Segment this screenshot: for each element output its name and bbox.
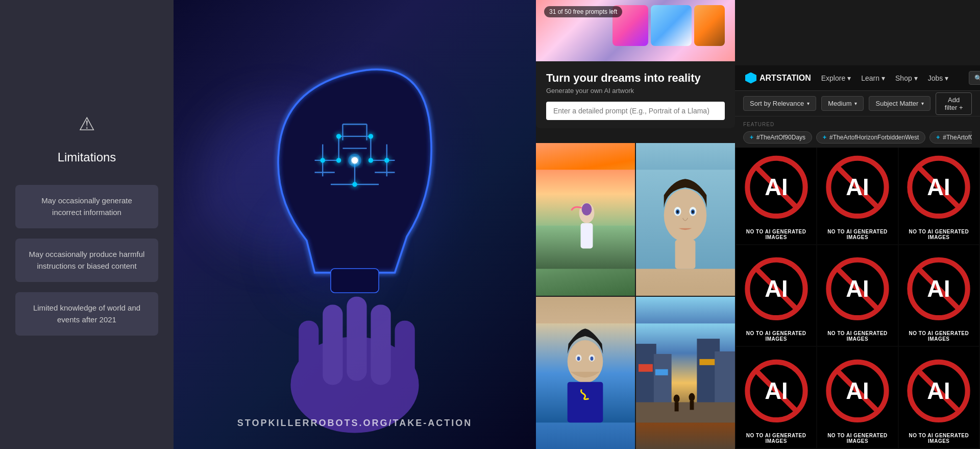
- no-ai-cell-4[interactable]: AI NO TO AI GENERATED IMAGES: [736, 245, 816, 346]
- nav-item-shop[interactable]: Shop ▾: [895, 74, 918, 82]
- ai-generator-banner: 31 of 50 free prompts left Turn your dre…: [536, 0, 735, 128]
- featured-tags: + #TheArtOf90Days + #TheArtofHorizonForb…: [743, 131, 972, 144]
- featured-tag-3[interactable]: + #TheArtofCyberp: [929, 131, 972, 144]
- nav-item-learn[interactable]: Learn ▾: [861, 74, 885, 82]
- svg-text:AI: AI: [927, 174, 950, 200]
- svg-rect-64: [675, 402, 679, 411]
- no-ai-label: NO TO AI GENERATED IMAGES: [736, 229, 816, 240]
- sort-by-button[interactable]: Sort by Relevance ▾: [743, 96, 816, 111]
- add-filter-button[interactable]: Add filter +: [936, 92, 972, 115]
- svg-point-45: [692, 210, 694, 213]
- svg-rect-46: [675, 240, 696, 269]
- prompt-input[interactable]: [546, 102, 725, 120]
- artstation-logo[interactable]: ARTSTATION: [745, 73, 811, 84]
- chevron-down-icon: ▾: [921, 101, 924, 106]
- no-ai-cell-9[interactable]: AI NO TO AI GENERATED IMAGES: [899, 347, 979, 448]
- no-ai-label: NO TO AI GENERATED IMAGES: [817, 229, 897, 240]
- svg-point-26: [352, 182, 357, 186]
- warning-icon: ⚠: [79, 113, 95, 135]
- subject-matter-button[interactable]: Subject Matter ▾: [869, 96, 930, 111]
- nav-item-jobs[interactable]: Jobs ▾: [928, 74, 949, 82]
- middle-panel: STOPKILLERROBOTS.ORG/TAKE-ACTION: [174, 0, 536, 449]
- svg-point-65: [689, 393, 695, 401]
- svg-text:AI: AI: [927, 276, 950, 302]
- featured-tag-2[interactable]: + #TheArtofHorizonForbiddenWest: [816, 131, 925, 144]
- svg-point-31: [352, 157, 358, 164]
- svg-point-63: [674, 394, 680, 403]
- nav-jobs-label: Jobs: [928, 74, 943, 82]
- featured-label: FEATURED: [743, 122, 972, 127]
- left-panel: ⚠ Limitations May occasionally generate …: [0, 0, 174, 449]
- brain-background: [174, 0, 536, 449]
- svg-rect-53: [568, 382, 603, 422]
- nav-item-explore[interactable]: Explore ▾: [821, 74, 851, 82]
- plus-icon: +: [823, 134, 826, 141]
- no-ai-label: NO TO AI GENERATED IMAGES: [817, 433, 897, 444]
- artstation-logo-icon: [745, 73, 756, 84]
- svg-text:AI: AI: [846, 378, 869, 404]
- no-ai-cell-5[interactable]: AI NO TO AI GENERATED IMAGES: [817, 245, 897, 346]
- chevron-down-icon: ▾: [847, 74, 851, 82]
- no-ai-cell-6[interactable]: AI NO TO AI GENERATED IMAGES: [899, 245, 979, 346]
- no-ai-cell-1[interactable]: AI NO TO AI GENERATED IMAGES: [736, 143, 816, 244]
- svg-text:AI: AI: [765, 276, 788, 302]
- chevron-down-icon: ▾: [945, 74, 948, 82]
- svg-rect-6: [395, 321, 414, 389]
- sort-by-label: Sort by Relevance: [750, 100, 804, 107]
- nav-shop-label: Shop: [895, 74, 912, 82]
- subject-matter-label: Subject Matter: [875, 100, 918, 107]
- no-ai-cell-2[interactable]: AI NO TO AI GENERATED IMAGES: [817, 143, 897, 244]
- chevron-down-icon: ▾: [807, 101, 810, 106]
- svg-text:AI: AI: [927, 378, 950, 404]
- nav-explore-label: Explore: [821, 74, 845, 82]
- svg-rect-59: [636, 402, 735, 422]
- no-ai-label: NO TO AI GENERATED IMAGES: [899, 433, 979, 444]
- svg-point-22: [336, 158, 341, 162]
- no-ai-image-grid: AI NO TO AI GENERATED IMAGES AI NO TO AI…: [735, 142, 980, 449]
- banner-title: Turn your dreams into reality: [546, 72, 725, 85]
- svg-rect-32: [331, 269, 379, 293]
- svg-point-27: [321, 158, 325, 162]
- svg-rect-5: [371, 304, 390, 385]
- artstation-panel: 31 of 50 free prompts left Turn your dre…: [536, 0, 980, 449]
- no-ai-label: NO TO AI GENERATED IMAGES: [899, 330, 979, 342]
- limitation-card-3: Limited knowledge of world and events af…: [15, 292, 158, 336]
- svg-point-24: [336, 134, 341, 138]
- no-ai-label: NO TO AI GENERATED IMAGES: [899, 229, 979, 240]
- no-ai-cell-3[interactable]: AI NO TO AI GENERATED IMAGES: [899, 143, 979, 244]
- featured-section: FEATURED + #TheArtOf90Days + #TheArtofHo…: [735, 116, 980, 148]
- no-ai-label: NO TO AI GENERATED IMAGES: [736, 433, 816, 444]
- no-ai-cell-8[interactable]: AI NO TO AI GENERATED IMAGES: [817, 347, 897, 448]
- svg-point-28: [384, 158, 389, 162]
- svg-rect-4: [347, 297, 366, 381]
- limitation-card-2: May occasionally produce harmful instruc…: [15, 239, 158, 282]
- svg-rect-36: [581, 223, 593, 249]
- plus-icon: +: [936, 134, 940, 141]
- svg-point-42: [677, 210, 679, 213]
- collage-image-portrait[interactable]: [636, 143, 735, 296]
- no-ai-label: NO TO AI GENERATED IMAGES: [817, 330, 897, 342]
- svg-point-23: [369, 158, 373, 162]
- svg-rect-56: [654, 353, 672, 404]
- svg-rect-2: [299, 321, 318, 393]
- medium-filter-button[interactable]: Medium ▾: [821, 96, 864, 111]
- collage-image-girl-field[interactable]: [536, 143, 635, 296]
- tag-label: #TheArtOf90Days: [756, 134, 805, 141]
- svg-rect-61: [655, 369, 668, 375]
- collage-image-city[interactable]: [636, 297, 735, 450]
- chevron-down-icon: ▾: [914, 74, 918, 82]
- nav-learn-label: Learn: [861, 74, 879, 82]
- collage-image-superman[interactable]: [536, 297, 635, 450]
- svg-rect-55: [636, 344, 656, 405]
- no-ai-label: NO TO AI GENERATED IMAGES: [736, 330, 816, 342]
- svg-rect-58: [715, 351, 735, 404]
- search-icon: 🔍: [974, 75, 980, 82]
- no-ai-cell-7[interactable]: AI NO TO AI GENERATED IMAGES: [736, 347, 816, 448]
- featured-tag-1[interactable]: + #TheArtOf90Days: [743, 131, 812, 144]
- chevron-down-icon: ▾: [881, 74, 885, 82]
- medium-label: Medium: [828, 100, 851, 107]
- banner-hero-image: 31 of 50 free prompts left: [536, 0, 735, 61]
- svg-point-25: [369, 134, 373, 138]
- image-collage: [536, 143, 735, 449]
- artstation-logo-text: ARTSTATION: [760, 74, 811, 83]
